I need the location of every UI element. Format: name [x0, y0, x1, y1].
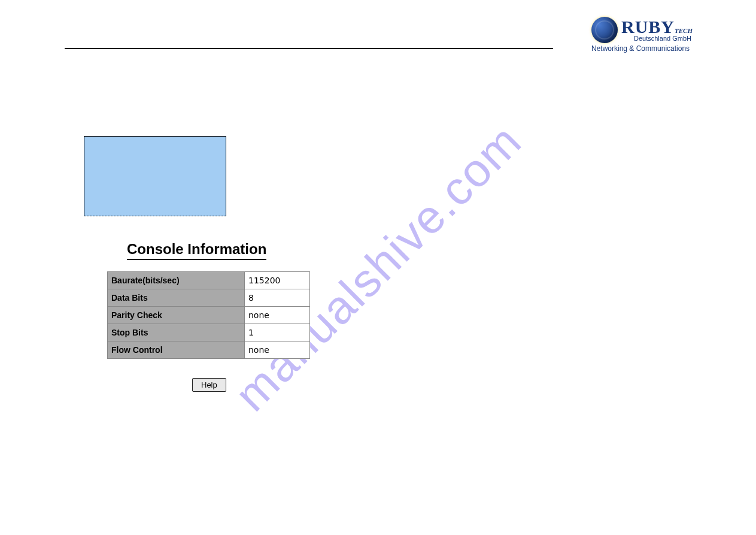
console-info-table: Baurate(bits/sec) 115200 Data Bits 8 Par…	[107, 271, 310, 359]
row-value: 1	[245, 324, 310, 341]
row-value: 8	[245, 289, 310, 307]
logo-brand: RUBYTECH	[621, 17, 693, 37]
watermark-text: manualshive.com	[224, 113, 532, 422]
logo-brand-suffix: TECH	[675, 27, 693, 34]
help-button[interactable]: Help	[192, 378, 226, 392]
table-row: Stop Bits 1	[108, 324, 310, 341]
row-label: Stop Bits	[108, 324, 245, 341]
table-row: Baurate(bits/sec) 115200	[108, 272, 310, 289]
row-value: none	[245, 341, 310, 359]
globe-icon	[591, 17, 618, 43]
row-label: Data Bits	[108, 289, 245, 307]
table-row: Data Bits 8	[108, 289, 310, 307]
row-label: Parity Check	[108, 307, 245, 324]
table-row: Flow Control none	[108, 341, 310, 359]
nav-panel	[84, 136, 226, 216]
logo-subtitle-2: Networking & Communications	[591, 44, 699, 53]
header-rule	[65, 48, 553, 49]
row-value: 115200	[245, 272, 310, 289]
row-label: Baurate(bits/sec)	[108, 272, 245, 289]
logo-brand-main: RUBY	[621, 17, 675, 37]
row-value: none	[245, 307, 310, 324]
row-label: Flow Control	[108, 341, 245, 359]
table-row: Parity Check none	[108, 307, 310, 324]
logo: RUBYTECH Deutschland GmbH Networking & C…	[591, 17, 699, 53]
page-title: Console Information	[127, 241, 266, 260]
